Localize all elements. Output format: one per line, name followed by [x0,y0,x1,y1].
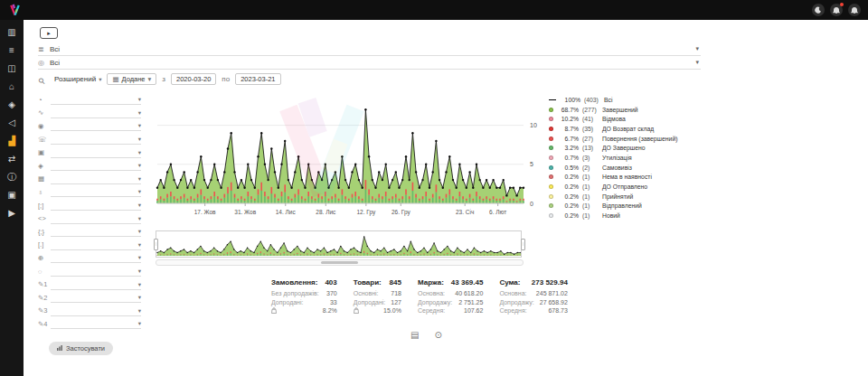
navigator-scrollbar[interactable] [156,259,524,266]
status-icon: ∿ [38,108,51,117]
video-icon[interactable]: ▶ [8,208,15,218]
stat-sub-row: Основні:718 [354,289,401,298]
globe-icon[interactable]: ⊙ [434,330,441,340]
legend-label: Завершений [602,107,638,113]
product-filter-row: ▦▾ [38,173,141,186]
legend-item[interactable]: 10.2%(41)Відмова [549,114,710,124]
legend-item[interactable]: 6.7%(27)Повернення (завершений) [549,134,710,144]
type-filter-row[interactable]: ◎ Всі ▾ [38,56,701,70]
dot-swatch [549,194,553,199]
source-select[interactable]: ▾ [51,94,141,105]
calendar-icon: ▦ [112,75,118,83]
legend-label: Всі [604,97,612,103]
legend-item[interactable]: 0.2%(1)Нема в наявності [549,173,710,183]
target-select[interactable]: ▾ [51,252,141,263]
legend-count: (41) [582,116,602,122]
dot-swatch [549,213,553,218]
legend-percent: 6.7% [557,136,579,142]
legend-item[interactable]: 100%(403)Всі [549,95,710,105]
product-select[interactable]: ▾ [51,174,141,184]
stat-sub-row: Допродані:127 [354,298,401,307]
legend-item[interactable]: 0.7%(3)Утилізація [549,153,710,163]
tags-icon[interactable]: ◈ [8,99,15,109]
legend-percent: 0.2% [557,212,579,219]
legend-item[interactable]: 8.7%(35)ДО Возврат склад [549,124,710,134]
nav-handle-right[interactable]: ⁞ [521,239,525,250]
phone-select[interactable]: ▾ [51,134,141,145]
theme-toggle-icon[interactable] [812,4,825,16]
list-view-icon[interactable]: ▤ [410,330,419,340]
analytics-icon[interactable]: ▟ [8,136,15,146]
legend-item[interactable]: 0.2%(1)ДО Отправлено [549,182,710,192]
nav-handle-left[interactable]: ⁞ [154,239,158,250]
date-to-input[interactable]: 2023-03-21 [235,73,280,85]
custom-2-icon: ✎2 [38,294,51,302]
info-icon[interactable]: ⓘ [7,172,16,182]
field-b-select[interactable]: ▾ [51,213,141,224]
legend-item[interactable]: 0.2%(1)Новий [549,211,710,221]
field-a-select[interactable]: ▾ [51,200,141,211]
scrollbar-handle[interactable] [321,261,358,264]
field-d-select[interactable]: ▾ [51,240,141,250]
screen-icon[interactable]: ▸ [40,27,58,39]
legend-item[interactable]: 3.2%(13)ДО Завершено [549,143,710,153]
chevron-down-icon: ▾ [138,201,141,210]
dot-swatch [549,117,553,121]
navigator-chart[interactable] [156,230,522,258]
custom-1-select[interactable]: ▾ [51,279,141,290]
home-icon[interactable]: ⌂ [9,81,14,91]
status-select[interactable]: ▾ [51,108,141,118]
misc-select[interactable]: ▾ [51,266,141,277]
custom-3-select[interactable]: ▾ [51,306,141,316]
notifications-icon[interactable] [848,4,861,16]
dot-swatch [549,174,553,179]
users-icon[interactable]: ◫ [7,63,15,73]
stat-value: 273 529.94 [532,278,568,287]
legend-label: Нема в наявності [602,174,652,180]
manager-select[interactable]: ▾ [51,120,141,131]
custom-2-select[interactable]: ▾ [51,292,141,303]
custom-3-filter-row: ✎3▾ [38,305,141,318]
legend-item[interactable]: 0.2%(1)Відправлений [549,202,710,212]
panels-icon[interactable]: ▥ [7,27,15,37]
field-a-icon: [;] [38,202,51,210]
orders-timeline-chart[interactable]: 051017. Жов31. Жов14. Лис28. Лис12. Гру2… [156,93,549,220]
chevron-down-icon: ▾ [138,293,141,302]
brand-logo[interactable] [7,3,24,17]
stat-sub-value: 127 [391,299,401,306]
stat-sub-label: Середня: [499,307,526,314]
date-from-input[interactable]: 2020-03-20 [171,73,216,85]
stat-head: Замовлення:403 [271,278,337,287]
main-content: ▸ ≣ Всі ▾ ◎ Всі ▾ ⚲ Розширений ▾ ▦ [24,20,868,376]
region-select[interactable]: ▾ [51,186,141,197]
custom-2-filter-row: ✎2▾ [38,291,141,305]
date-field-select[interactable]: ▦ Додане ▾ [107,73,156,85]
legend-item[interactable]: 0.5%(2)Самовивіз [549,163,710,173]
custom-1-filter-row: ✎1▾ [38,277,141,291]
payment-select[interactable]: ▾ [51,147,141,158]
transfer-icon[interactable]: ⇄ [8,154,15,164]
field-d-filter-row: [.]▾ [38,239,141,252]
legend-count: (1) [582,174,602,180]
status-filter-row[interactable]: ≣ Всі ▾ [38,42,701,56]
legend-percent: 0.7% [557,155,579,161]
custom-4-select[interactable]: ▾ [51,318,141,329]
apply-button[interactable]: Застосувати [49,342,113,355]
announce-icon[interactable]: ◁ [8,118,15,127]
line-swatch [549,99,556,101]
legend-label: ДО Завершено [602,145,646,151]
field-b-icon: <> [38,214,51,222]
field-c-select[interactable]: ▾ [51,226,141,237]
legend-item[interactable]: 68.7%(277)Завершений [549,105,710,115]
legend-item[interactable]: 0.2%(1)Прийнятий [549,192,710,202]
alerts-icon[interactable] [830,4,843,16]
orders-list-icon[interactable]: ≡ [9,45,14,55]
field-c-filter-row: {;}▾ [38,225,141,239]
svg-text:23. Січ: 23. Січ [456,209,474,215]
search-mode-select[interactable]: Розширений ▾ [54,75,101,83]
package-icon[interactable]: ▣ [7,190,15,200]
stat-value: 403 [325,278,336,287]
tag-select[interactable]: ▾ [51,160,141,171]
stat-products: Товари:845Основні:718Допродані:12715.0% [354,278,401,315]
stat-head: Товари:845 [354,278,401,287]
